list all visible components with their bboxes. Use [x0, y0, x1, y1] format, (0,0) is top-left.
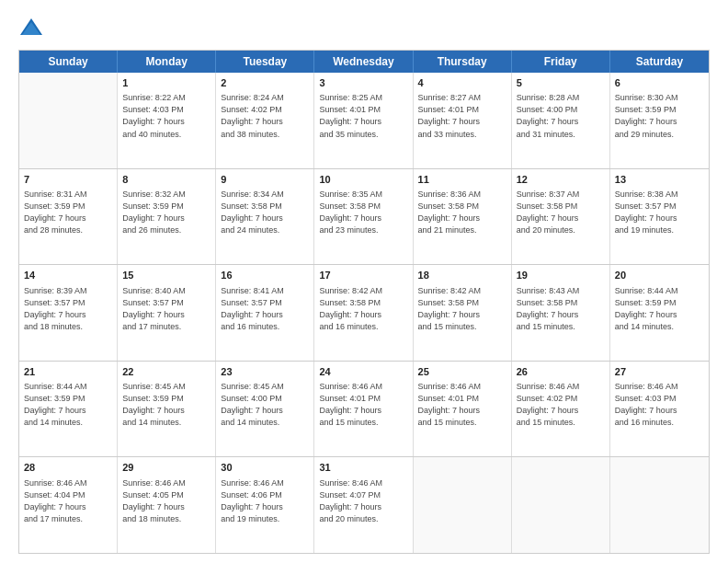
day-number: 2 — [221, 76, 309, 90]
cell-info: Sunrise: 8:38 AMSunset: 3:57 PMDaylight:… — [615, 189, 704, 236]
logo — [18, 15, 48, 40]
day-number: 12 — [517, 173, 605, 187]
day-number: 27 — [615, 365, 704, 379]
calendar-cell: 27Sunrise: 8:46 AMSunset: 4:03 PMDayligh… — [610, 362, 709, 457]
header-day-thursday: Thursday — [414, 51, 512, 73]
cell-info: Sunrise: 8:46 AMSunset: 4:02 PMDaylight:… — [517, 381, 605, 429]
calendar-cell: 12Sunrise: 8:37 AMSunset: 3:58 PMDayligh… — [512, 169, 610, 265]
calendar: SundayMondayTuesdayWednesdayThursdayFrid… — [18, 50, 710, 554]
cell-info: Sunrise: 8:46 AMSunset: 4:04 PMDaylight:… — [24, 477, 112, 525]
header-day-sunday: Sunday — [19, 51, 118, 73]
cell-info: Sunrise: 8:42 AMSunset: 3:58 PMDaylight:… — [418, 285, 506, 333]
page: SundayMondayTuesdayWednesdayThursdayFrid… — [0, 0, 728, 563]
day-number: 13 — [615, 173, 704, 187]
calendar-cell: 10Sunrise: 8:35 AMSunset: 3:58 PMDayligh… — [314, 169, 413, 265]
calendar-cell: 23Sunrise: 8:45 AMSunset: 4:00 PMDayligh… — [216, 362, 314, 457]
day-number: 5 — [517, 76, 605, 90]
day-number: 14 — [24, 269, 112, 282]
day-number: 18 — [418, 269, 506, 282]
cell-info: Sunrise: 8:39 AMSunset: 3:57 PMDaylight:… — [24, 285, 112, 333]
calendar-cell: 20Sunrise: 8:44 AMSunset: 3:59 PMDayligh… — [610, 265, 709, 361]
calendar-cell: 13Sunrise: 8:38 AMSunset: 3:57 PMDayligh… — [610, 169, 709, 265]
calendar-cell: 31Sunrise: 8:46 AMSunset: 4:07 PMDayligh… — [314, 457, 413, 553]
cell-info: Sunrise: 8:46 AMSunset: 4:05 PMDaylight:… — [122, 477, 210, 525]
header-day-tuesday: Tuesday — [216, 51, 314, 73]
day-number: 25 — [418, 365, 506, 379]
calendar-cell: 28Sunrise: 8:46 AMSunset: 4:04 PMDayligh… — [19, 457, 118, 553]
day-number: 6 — [615, 76, 704, 90]
day-number: 9 — [221, 173, 309, 187]
day-number: 30 — [221, 461, 309, 475]
calendar-cell: 30Sunrise: 8:46 AMSunset: 4:06 PMDayligh… — [216, 457, 314, 553]
calendar-cell: 16Sunrise: 8:41 AMSunset: 3:57 PMDayligh… — [216, 265, 314, 361]
day-number: 21 — [24, 365, 112, 379]
cell-info: Sunrise: 8:30 AMSunset: 3:59 PMDaylight:… — [615, 92, 704, 140]
day-number: 22 — [122, 365, 210, 379]
calendar-cell: 24Sunrise: 8:46 AMSunset: 4:01 PMDayligh… — [314, 362, 413, 457]
calendar-row-0: 1Sunrise: 8:22 AMSunset: 4:03 PMDaylight… — [19, 73, 709, 168]
day-number: 20 — [615, 269, 704, 282]
cell-info: Sunrise: 8:45 AMSunset: 4:00 PMDaylight:… — [221, 381, 309, 429]
calendar-cell: 3Sunrise: 8:25 AMSunset: 4:01 PMDaylight… — [314, 73, 413, 168]
calendar-body: 1Sunrise: 8:22 AMSunset: 4:03 PMDaylight… — [19, 73, 709, 553]
calendar-cell: 7Sunrise: 8:31 AMSunset: 3:59 PMDaylight… — [19, 169, 118, 265]
calendar-header: SundayMondayTuesdayWednesdayThursdayFrid… — [19, 51, 709, 73]
cell-info: Sunrise: 8:24 AMSunset: 4:02 PMDaylight:… — [221, 92, 309, 140]
calendar-cell — [414, 457, 512, 553]
cell-info: Sunrise: 8:22 AMSunset: 4:03 PMDaylight:… — [122, 92, 210, 140]
calendar-cell: 8Sunrise: 8:32 AMSunset: 3:59 PMDaylight… — [118, 169, 216, 265]
calendar-cell: 22Sunrise: 8:45 AMSunset: 3:59 PMDayligh… — [118, 362, 216, 457]
cell-info: Sunrise: 8:31 AMSunset: 3:59 PMDaylight:… — [24, 189, 112, 236]
cell-info: Sunrise: 8:42 AMSunset: 3:58 PMDaylight:… — [319, 285, 407, 333]
header-day-wednesday: Wednesday — [314, 51, 413, 73]
cell-info: Sunrise: 8:43 AMSunset: 3:58 PMDaylight:… — [517, 285, 605, 333]
cell-info: Sunrise: 8:46 AMSunset: 4:01 PMDaylight:… — [418, 381, 506, 429]
calendar-row-4: 28Sunrise: 8:46 AMSunset: 4:04 PMDayligh… — [19, 456, 709, 553]
calendar-cell: 25Sunrise: 8:46 AMSunset: 4:01 PMDayligh… — [414, 362, 512, 457]
cell-info: Sunrise: 8:44 AMSunset: 3:59 PMDaylight:… — [615, 285, 704, 333]
calendar-cell: 18Sunrise: 8:42 AMSunset: 3:58 PMDayligh… — [414, 265, 512, 361]
day-number: 10 — [319, 173, 407, 187]
day-number: 4 — [418, 76, 506, 90]
calendar-cell: 14Sunrise: 8:39 AMSunset: 3:57 PMDayligh… — [19, 265, 118, 361]
day-number: 15 — [122, 269, 210, 282]
day-number: 7 — [24, 173, 112, 187]
day-number: 17 — [319, 269, 407, 282]
cell-info: Sunrise: 8:46 AMSunset: 4:06 PMDaylight:… — [221, 477, 309, 525]
calendar-cell: 19Sunrise: 8:43 AMSunset: 3:58 PMDayligh… — [512, 265, 610, 361]
day-number: 29 — [122, 461, 210, 475]
calendar-cell: 17Sunrise: 8:42 AMSunset: 3:58 PMDayligh… — [314, 265, 413, 361]
header-day-monday: Monday — [118, 51, 216, 73]
cell-info: Sunrise: 8:40 AMSunset: 3:57 PMDaylight:… — [122, 285, 210, 333]
calendar-cell — [19, 73, 118, 168]
calendar-cell — [512, 457, 610, 553]
calendar-cell: 2Sunrise: 8:24 AMSunset: 4:02 PMDaylight… — [216, 73, 314, 168]
day-number: 23 — [221, 365, 309, 379]
calendar-cell — [610, 457, 709, 553]
logo-icon — [18, 15, 44, 40]
calendar-cell: 9Sunrise: 8:34 AMSunset: 3:58 PMDaylight… — [216, 169, 314, 265]
cell-info: Sunrise: 8:25 AMSunset: 4:01 PMDaylight:… — [319, 92, 407, 140]
cell-info: Sunrise: 8:46 AMSunset: 4:07 PMDaylight:… — [319, 477, 407, 525]
cell-info: Sunrise: 8:46 AMSunset: 4:03 PMDaylight:… — [615, 381, 704, 429]
day-number: 28 — [24, 461, 112, 475]
calendar-cell: 4Sunrise: 8:27 AMSunset: 4:01 PMDaylight… — [414, 73, 512, 168]
calendar-row-1: 7Sunrise: 8:31 AMSunset: 3:59 PMDaylight… — [19, 168, 709, 265]
day-number: 19 — [517, 269, 605, 282]
day-number: 3 — [319, 76, 407, 90]
cell-info: Sunrise: 8:37 AMSunset: 3:58 PMDaylight:… — [517, 189, 605, 236]
day-number: 1 — [122, 76, 210, 90]
day-number: 11 — [418, 173, 506, 187]
cell-info: Sunrise: 8:44 AMSunset: 3:59 PMDaylight:… — [24, 381, 112, 429]
header — [18, 15, 710, 40]
calendar-cell: 26Sunrise: 8:46 AMSunset: 4:02 PMDayligh… — [512, 362, 610, 457]
day-number: 8 — [122, 173, 210, 187]
day-number: 24 — [319, 365, 407, 379]
cell-info: Sunrise: 8:27 AMSunset: 4:01 PMDaylight:… — [418, 92, 506, 140]
cell-info: Sunrise: 8:34 AMSunset: 3:58 PMDaylight:… — [221, 189, 309, 236]
cell-info: Sunrise: 8:36 AMSunset: 3:58 PMDaylight:… — [418, 189, 506, 236]
cell-info: Sunrise: 8:35 AMSunset: 3:58 PMDaylight:… — [319, 189, 407, 236]
calendar-row-2: 14Sunrise: 8:39 AMSunset: 3:57 PMDayligh… — [19, 264, 709, 361]
calendar-cell: 21Sunrise: 8:44 AMSunset: 3:59 PMDayligh… — [19, 362, 118, 457]
calendar-cell: 29Sunrise: 8:46 AMSunset: 4:05 PMDayligh… — [118, 457, 216, 553]
